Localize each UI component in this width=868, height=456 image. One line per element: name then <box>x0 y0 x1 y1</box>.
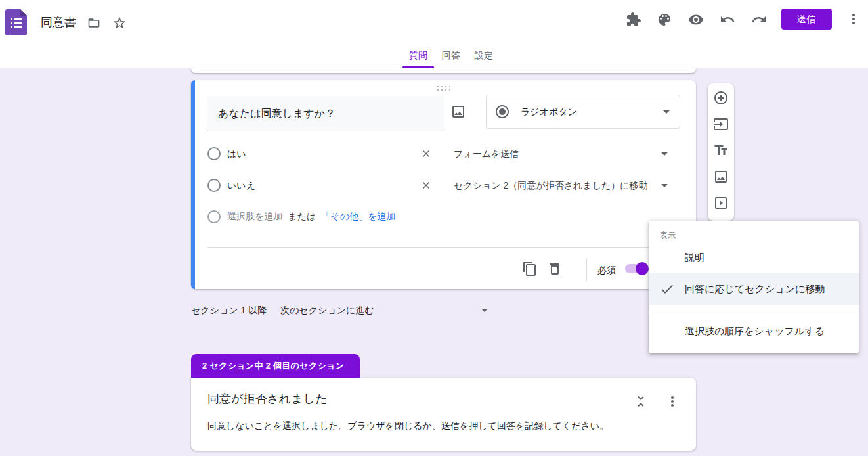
add-video-icon[interactable] <box>713 195 729 211</box>
forms-logo-icon[interactable] <box>5 9 27 35</box>
more-vert-icon[interactable] <box>846 11 861 27</box>
chevron-down-icon <box>659 104 674 120</box>
question-type-dropdown[interactable]: ラジオボタン <box>486 95 680 129</box>
required-label: 必須 <box>597 254 616 286</box>
chevron-down-icon[interactable] <box>657 146 672 162</box>
undo-icon[interactable] <box>720 12 735 28</box>
section-more-vert-icon[interactable] <box>664 394 680 409</box>
previous-card-bottom <box>191 68 696 73</box>
remove-option-icon[interactable] <box>420 148 432 160</box>
add-other-link[interactable]: 「その他」を追加 <box>321 211 395 223</box>
goto-section-value[interactable]: セクション 2（同意が拒否されました）に移動 <box>454 170 648 201</box>
check-icon <box>659 281 675 297</box>
show-options-menu: 表示 説明 回答に応じてセクションに移動 選択肢の順序をシャッフルする <box>649 221 859 353</box>
add-image-icon[interactable] <box>450 104 466 120</box>
question-type-label: ラジオボタン <box>521 95 577 128</box>
section-title-input[interactable]: 同意が拒否されました <box>207 390 328 408</box>
collapse-section-icon[interactable] <box>633 394 649 409</box>
add-question-icon[interactable] <box>713 90 729 106</box>
question-title-input[interactable]: あなたは同意しますか？ <box>207 96 444 131</box>
after-section-label: セクション 1 以降 <box>191 297 267 323</box>
menu-item-go-to-section[interactable]: 回答に応じてセクションに移動 <box>649 273 859 305</box>
star-icon[interactable] <box>112 16 127 30</box>
add-ons-icon[interactable] <box>626 12 641 28</box>
section-description-input[interactable]: 同意しないことを選択しました。ブラウザを閉じるか、送信を押して回答を記録してくだ… <box>207 419 667 433</box>
add-title-text-icon[interactable] <box>713 143 729 158</box>
chevron-down-icon <box>477 302 492 318</box>
toggle-thumb <box>636 262 649 275</box>
tab-settings[interactable]: 設定 <box>464 45 504 68</box>
send-button[interactable]: 送信 <box>781 9 832 30</box>
chevron-down-icon[interactable] <box>657 177 672 193</box>
section-header-card: 同意が拒否されました 同意しないことを選択しました。ブラウザを閉じるか、送信を押… <box>191 378 696 451</box>
import-questions-icon[interactable] <box>713 116 729 132</box>
required-toggle[interactable] <box>625 264 649 273</box>
section-badge: 2 セクション中 2 個目のセクション <box>191 354 360 378</box>
delete-trash-icon[interactable] <box>547 261 563 277</box>
add-option-row: 選択肢を追加 または 「その他」を追加 <box>207 201 680 233</box>
duplicate-icon[interactable] <box>522 261 538 277</box>
radio-button-type-icon <box>494 104 510 120</box>
preview-eye-icon[interactable] <box>688 12 704 28</box>
tabs-bar: 質問 回答 設定 <box>0 45 868 68</box>
floating-toolbar <box>708 83 734 221</box>
goto-section-value[interactable]: フォームを送信 <box>454 138 519 170</box>
menu-item-shuffle-options[interactable]: 選択肢の順序をシャッフルする <box>649 315 859 347</box>
menu-item-description[interactable]: 説明 <box>649 242 859 273</box>
option-label-input[interactable]: はい <box>227 138 246 170</box>
remove-option-icon[interactable] <box>420 179 432 191</box>
move-folder-icon[interactable] <box>87 16 100 30</box>
menu-divider <box>649 311 859 311</box>
app-bar: 同意書 送信 <box>0 0 868 45</box>
radio-unchecked-icon <box>207 179 221 192</box>
footer-divider <box>586 258 587 281</box>
option-row: いいえ セクション 2（同意が拒否されました）に移動 <box>207 170 680 201</box>
add-option-button[interactable]: 選択肢を追加 <box>227 211 282 223</box>
theme-palette-icon[interactable] <box>657 12 672 28</box>
redo-icon[interactable] <box>751 12 767 28</box>
card-divider <box>207 247 680 248</box>
add-image-icon[interactable] <box>713 169 729 185</box>
google-forms-editor: 同意書 送信 質問 回答 <box>0 0 868 456</box>
option-row: はい フォームを送信 <box>207 138 680 170</box>
radio-unchecked-icon <box>207 147 221 160</box>
after-section-dropdown[interactable]: セクション 1 以降 次のセクションに進む <box>191 297 500 323</box>
after-section-value: 次のセクションに進む <box>280 297 374 323</box>
option-label-input[interactable]: いいえ <box>227 170 255 201</box>
drag-handle-icon[interactable] <box>437 86 450 91</box>
radio-unchecked-icon <box>207 210 221 223</box>
form-title-input[interactable]: 同意書 <box>41 14 76 30</box>
menu-header: 表示 <box>660 230 676 241</box>
or-label: または <box>288 211 316 223</box>
question-card: あなたは同意しますか？ ラジオボタン はい フォームを送信 <box>191 80 696 289</box>
